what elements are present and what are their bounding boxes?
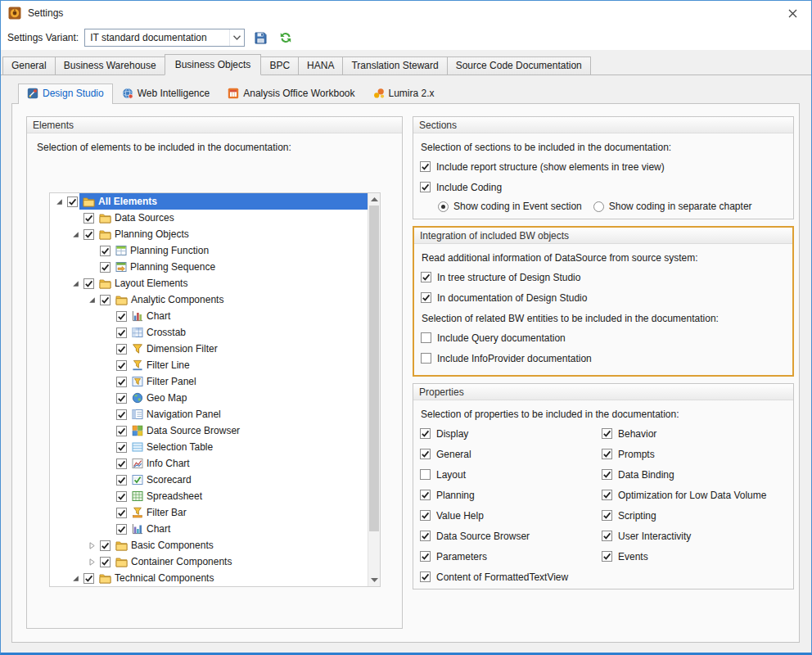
checkbox[interactable]	[602, 510, 612, 521]
checkbox[interactable]	[116, 377, 127, 387]
tab-business-objects[interactable]: Business Objects	[165, 54, 262, 75]
tab-business-warehouse[interactable]: Business Warehouse	[55, 56, 165, 75]
subtab-design-studio[interactable]: Design Studio	[18, 84, 113, 104]
checkbox[interactable]	[100, 557, 111, 567]
collapse-arrow-icon[interactable]	[52, 193, 67, 210]
tab-source-code-documentation[interactable]: Source Code Documentation	[447, 56, 591, 75]
checkbox[interactable]	[602, 551, 612, 562]
tree-item-planning-objects[interactable]: Planning Objects	[50, 226, 368, 242]
checkbox[interactable]	[67, 196, 78, 207]
option-behavior[interactable]: Behavior	[602, 423, 766, 444]
collapse-arrow-icon[interactable]	[68, 570, 83, 586]
option-content-of-formattedtextview[interactable]: Content of FormattedTextView	[420, 567, 602, 587]
tree-item-filter-panel[interactable]: Filter Panel	[50, 373, 368, 390]
option-general[interactable]: General	[420, 444, 602, 464]
checkbox[interactable]	[420, 510, 431, 521]
checkbox[interactable]	[116, 360, 127, 371]
tree-item-geo-map[interactable]: Geo Map	[50, 390, 368, 406]
option-display[interactable]: Display	[420, 423, 602, 444]
close-button[interactable]	[774, 1, 811, 25]
tree-item-selection-table[interactable]: Selection Table	[50, 439, 368, 455]
scrollbar-track[interactable]	[368, 206, 380, 574]
tree-item-spreadsheet[interactable]: Spreadsheet	[50, 488, 368, 504]
tree-item-analytic-components[interactable]: Analytic Components	[50, 291, 368, 308]
checkbox[interactable]	[116, 524, 127, 535]
checkbox[interactable]	[116, 442, 127, 453]
checkbox[interactable]	[116, 475, 127, 486]
tree-item-chart[interactable]: Chart	[50, 521, 368, 537]
checkbox[interactable]	[420, 531, 431, 541]
checkbox[interactable]	[602, 490, 612, 500]
option-in-documentation-of-design-studio[interactable]: In documentation of Design Studio	[421, 287, 792, 308]
radio-button[interactable]	[438, 201, 449, 212]
option-events[interactable]: Events	[602, 546, 766, 567]
option-optimization-for-low-data-volume[interactable]: Optimization for Low Data Volume	[602, 485, 766, 505]
checkbox[interactable]	[420, 449, 431, 459]
tab-translation-steward[interactable]: Translation Steward	[342, 56, 447, 75]
tree-item-chart[interactable]: Chart	[50, 308, 368, 324]
checkbox[interactable]	[421, 332, 431, 343]
tree-item-filter-bar[interactable]: Filter Bar	[50, 504, 368, 521]
checkbox[interactable]	[83, 278, 94, 289]
option-planning[interactable]: Planning	[420, 485, 602, 505]
checkbox[interactable]	[116, 491, 127, 502]
checkbox[interactable]	[602, 469, 612, 480]
tree-item-data-source-browser[interactable]: Data Source Browser	[50, 422, 368, 439]
tab-general[interactable]: General	[2, 56, 56, 75]
tree-item-planning-function[interactable]: Planning Function	[50, 242, 368, 259]
subtab-web-intelligence[interactable]: Web Intelligence	[113, 84, 219, 103]
tree-item-crosstab[interactable]: Crosstab	[50, 324, 368, 341]
tree-item-scorecard[interactable]: Scorecard	[50, 472, 368, 488]
collapse-arrow-icon[interactable]	[68, 275, 83, 291]
tree-item-all-elements[interactable]: All Elements	[50, 193, 368, 210]
checkbox[interactable]	[420, 490, 431, 500]
checkbox[interactable]	[116, 426, 127, 436]
scroll-down-button[interactable]	[368, 574, 380, 586]
tree-item-container-components[interactable]: Container Components	[50, 553, 368, 570]
settings-variant-combobox[interactable]: IT standard documentation	[84, 29, 245, 47]
option-user-interactivity[interactable]: User Interactivity	[602, 526, 766, 546]
tree-scrollbar[interactable]	[368, 193, 380, 586]
tree-item-technical-components[interactable]: Technical Components	[50, 570, 368, 586]
checkbox[interactable]	[420, 161, 431, 172]
option-include-query-documentation[interactable]: Include Query documentation	[421, 328, 792, 348]
checkbox[interactable]	[116, 458, 127, 469]
option-include-infoprovider-documentation[interactable]: Include InfoProvider documentation	[421, 348, 792, 368]
checkbox[interactable]	[602, 428, 612, 439]
checkbox[interactable]	[100, 540, 111, 551]
checkbox[interactable]	[420, 571, 431, 582]
checkbox[interactable]	[116, 344, 127, 355]
option-data-binding[interactable]: Data Binding	[602, 464, 766, 485]
scroll-up-button[interactable]	[368, 193, 380, 206]
refresh-variants-button[interactable]	[276, 28, 295, 47]
checkbox[interactable]	[100, 262, 111, 273]
option-scripting[interactable]: Scripting	[602, 505, 766, 526]
checkbox[interactable]	[421, 292, 431, 303]
checkbox[interactable]	[420, 469, 431, 480]
checkbox[interactable]	[420, 428, 431, 439]
checkbox[interactable]	[116, 328, 127, 338]
checkbox[interactable]	[100, 295, 111, 305]
option-include-report-structure-show-elements-in-tree-view[interactable]: Include report structure (show elements …	[420, 156, 793, 177]
checkbox[interactable]	[421, 272, 431, 282]
checkbox[interactable]	[83, 229, 94, 240]
option-in-tree-structure-of-design-studio[interactable]: In tree structure of Design Studio	[421, 267, 792, 287]
tree-item-layout-elements[interactable]: Layout Elements	[50, 275, 368, 291]
radio-show-coding-in-event-section[interactable]: Show coding in Event section	[438, 201, 582, 212]
tree-item-filter-line[interactable]: Filter Line	[50, 357, 368, 373]
collapse-arrow-icon[interactable]	[84, 291, 100, 308]
collapse-arrow-icon[interactable]	[68, 226, 83, 242]
subtab-analysis-office-workbook[interactable]: Analysis Office Workbook	[219, 84, 363, 103]
checkbox[interactable]	[83, 213, 94, 224]
tree-item-planning-sequence[interactable]: Planning Sequence	[50, 259, 368, 275]
checkbox[interactable]	[116, 311, 127, 322]
radio-button[interactable]	[593, 201, 604, 212]
expand-arrow-icon[interactable]	[84, 553, 100, 570]
option-prompts[interactable]: Prompts	[602, 444, 766, 464]
checkbox[interactable]	[116, 393, 127, 404]
tab-bpc[interactable]: BPC	[260, 56, 299, 75]
tree-item-data-sources[interactable]: Data Sources	[50, 210, 368, 226]
checkbox[interactable]	[420, 551, 431, 562]
tree-item-navigation-panel[interactable]: Navigation Panel	[50, 406, 368, 422]
option-include-coding[interactable]: Include Coding	[420, 177, 793, 197]
